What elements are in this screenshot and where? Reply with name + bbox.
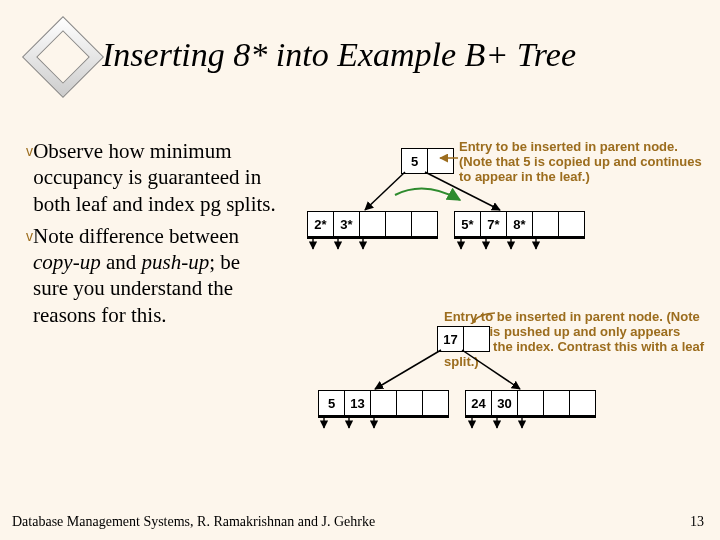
node-cell: 13 — [344, 390, 371, 418]
node-cell: 8* — [506, 211, 533, 239]
index-node-upper: 5 — [401, 148, 454, 174]
page-title: Inserting 8* into Example B+ Tree — [102, 36, 576, 74]
node-cell-empty — [427, 148, 454, 174]
node-cell-empty — [396, 390, 423, 418]
footer-text: Database Management Systems, R. Ramakris… — [12, 514, 375, 530]
node-cell-empty — [569, 390, 596, 418]
node-cell-empty — [359, 211, 386, 239]
node-cell-empty — [532, 211, 559, 239]
index-node-lower: 17 — [437, 326, 490, 352]
bullet-text: Observe how minimum occupancy is guarant… — [33, 139, 276, 216]
leaf-node-right: 5* 7* 8* — [454, 211, 585, 239]
node-cell: 24 — [465, 390, 492, 418]
bullet-text: Note difference between — [33, 224, 239, 248]
node-cell: 17 — [437, 326, 464, 352]
index-child-right: 24 30 — [465, 390, 596, 418]
index-child-left: 5 13 — [318, 390, 449, 418]
bullet-icon: v — [26, 223, 33, 328]
node-cell-empty — [543, 390, 570, 418]
bullet-em: push-up — [141, 250, 209, 274]
node-cell: 5* — [454, 211, 481, 239]
node-cell: 30 — [491, 390, 518, 418]
list-item: v Note difference between copy-up and pu… — [26, 223, 276, 328]
node-cell: 3* — [333, 211, 360, 239]
bullet-em: copy-up — [33, 250, 101, 274]
node-cell-empty — [411, 211, 438, 239]
node-cell-empty — [463, 326, 490, 352]
bullet-list: v Observe how minimum occupancy is guara… — [26, 138, 276, 334]
page-number: 13 — [690, 514, 704, 530]
node-cell: 2* — [307, 211, 334, 239]
node-cell-empty — [558, 211, 585, 239]
node-cell-empty — [422, 390, 449, 418]
title-ornament — [34, 28, 90, 84]
node-cell-empty — [370, 390, 397, 418]
node-cell: 7* — [480, 211, 507, 239]
annotation-copy-up: Entry to be inserted in parent node. (No… — [459, 140, 709, 185]
bullet-text: and — [101, 250, 142, 274]
node-cell-empty — [385, 211, 412, 239]
node-cell-empty — [517, 390, 544, 418]
svg-line-1 — [365, 172, 405, 210]
node-cell: 5 — [318, 390, 345, 418]
node-cell: 5 — [401, 148, 428, 174]
leaf-node-left: 2* 3* — [307, 211, 438, 239]
svg-line-4 — [375, 350, 441, 389]
bullet-icon: v — [26, 138, 33, 217]
list-item: v Observe how minimum occupancy is guara… — [26, 138, 276, 217]
